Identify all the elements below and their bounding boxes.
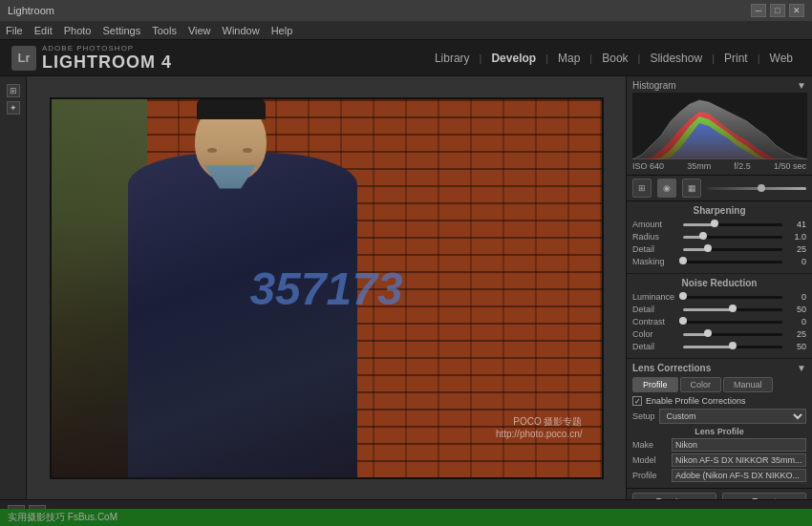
radius-slider[interactable] [683,236,782,239]
lens-profile-title: Lens Profile [632,427,806,436]
tab-book[interactable]: Book [594,48,635,69]
model-value[interactable]: Nikon AF-S DX NIKKOR 35mm... [672,453,806,467]
menu-window[interactable]: Window [223,25,260,36]
menu-file[interactable]: File [6,25,23,36]
profile-row: Profile Adobe (Nikon AF-S DX NIKKO... [632,469,806,482]
sharpening-section: Sharpening Amount 41 Radius 1.0 Detail [627,201,812,274]
lens-tab-manual[interactable]: Manual [723,377,773,392]
photo-frame[interactable]: 357173 POCO 摄影专题 http://photo.poco.cn/ [50,97,604,479]
masking-value: 0 [785,257,806,266]
lens-tabs: Profile Color Manual [632,377,806,392]
amount-value: 41 [785,220,806,229]
lens-tab-profile[interactable]: Profile [632,377,678,392]
color-value: 25 [785,329,806,339]
module-tabs: Library | Develop | Map | Book | Slidesh… [427,48,801,69]
minimize-button[interactable]: ─ [751,4,766,17]
tab-print[interactable]: Print [716,48,756,69]
lens-value: 35mm [687,161,711,171]
setup-select[interactable]: Custom [659,409,806,424]
make-value[interactable]: Nikon [672,438,806,452]
sharpening-masking-row: Masking 0 [632,257,806,266]
detail-value: 25 [785,244,806,254]
reset-button[interactable]: Reset [722,493,806,499]
lens-corrections-section: Lens Corrections ▼ Profile Color Manual … [627,359,812,488]
person-body [128,153,357,477]
color-detail-value: 50 [785,342,806,351]
grid-tool-icon[interactable]: ⊞ [632,179,652,198]
color-detail-slider[interactable] [683,346,782,348]
tip-text: 实用摄影技巧 FsBus.CoM [8,511,118,524]
masking-label: Masking [632,257,680,266]
menu-photo[interactable]: Photo [64,25,92,36]
sharpening-amount-row: Amount 41 [632,220,806,229]
app-brand: ADOBE PHOTOSHOP [42,44,172,53]
tool-icons-row: ⊞ ◉ ▦ [627,176,812,201]
bottom-buttons: Previous Reset [627,488,812,499]
right-panel: Histogram ▼ [626,76,812,499]
tool-slider[interactable] [707,187,806,190]
make-label: Make [632,440,669,450]
close-button[interactable]: ✕ [789,4,804,17]
tab-map[interactable]: Map [550,48,588,69]
luminance-value: 0 [785,292,806,302]
crop-icon[interactable]: ✦ [7,101,20,115]
previous-button[interactable]: Previous [632,493,716,499]
menu-edit[interactable]: Edit [34,25,53,36]
square-tool-icon[interactable]: ▦ [682,179,701,198]
histogram-collapse-icon[interactable]: ▼ [797,80,806,91]
navigator-icon[interactable]: ⊞ [7,84,20,97]
noise-reduction-title: Noise Reduction [632,278,806,288]
tab-develop[interactable]: Develop [483,48,544,69]
sharpening-title: Sharpening [632,205,806,216]
luminance-slider[interactable] [683,296,782,299]
left-panel: ⊞ ✦ [0,76,27,499]
radius-label: Radius [632,232,680,242]
histogram-canvas [632,93,807,159]
contrast-slider[interactable] [683,321,782,324]
menu-view[interactable]: View [188,25,211,36]
tab-library[interactable]: Library [427,48,478,69]
lens-corrections-collapse-icon[interactable]: ▼ [797,363,806,373]
nr-detail-slider[interactable] [683,308,782,311]
histogram-section: Histogram ▼ [627,76,812,176]
setup-row: Setup Custom [632,409,806,424]
color-slider[interactable] [683,333,782,336]
menu-settings[interactable]: Settings [102,25,140,36]
luminance-label: Luminance [632,292,680,302]
main-layout: ⊞ ✦ 357173 [0,76,812,499]
menu-tools[interactable]: Tools [152,25,177,36]
iso-value: ISO 640 [632,161,664,171]
noise-reduction-section: Noise Reduction Luminance 0 Detail 50 Co… [627,274,812,359]
enable-profile-checkbox[interactable]: ✓ [632,396,642,406]
shutter-value: 1/50 sec [774,161,806,171]
lens-tab-color[interactable]: Color [680,377,722,392]
tab-web[interactable]: Web [762,48,801,69]
model-label: Model [632,455,669,465]
color-detail-label: Detail [632,342,680,351]
radius-value: 1.0 [785,232,806,242]
profile-value[interactable]: Adobe (Nikon AF-S DX NIKKO... [672,469,806,482]
lr-icon: Lr [11,46,36,71]
contrast-value: 0 [785,317,806,326]
masking-slider[interactable] [683,261,782,263]
nr-detail-label: Detail [632,305,680,314]
histogram-graph [632,93,807,159]
model-row: Model Nikon AF-S DX NIKKOR 35mm... [632,453,806,467]
enable-profile-label: Enable Profile Corrections [646,396,746,406]
menu-bar: File Edit Photo Settings Tools View Wind… [0,21,812,40]
photo-area: 357173 POCO 摄影专题 http://photo.poco.cn/ [27,76,626,499]
histogram-info: ISO 640 35mm f/2.5 1/50 sec [632,159,806,173]
menu-help[interactable]: Help [271,25,293,36]
app-name: LIGHTROOM 4 [42,53,172,73]
tab-slideshow[interactable]: Slideshow [642,48,710,69]
window-controls: ─ □ ✕ [751,4,804,17]
detail-label: Detail [632,244,680,254]
window-title: Lightroom [8,5,54,16]
maximize-button[interactable]: □ [770,4,785,17]
circle-tool-icon[interactable]: ◉ [657,179,676,198]
aperture-value: f/2.5 [734,161,751,171]
detail-slider[interactable] [683,248,782,251]
top-nav: Lr ADOBE PHOTOSHOP LIGHTROOM 4 Library |… [0,40,812,76]
photo-number-overlay: 357173 [249,262,402,314]
amount-slider[interactable] [683,223,782,226]
